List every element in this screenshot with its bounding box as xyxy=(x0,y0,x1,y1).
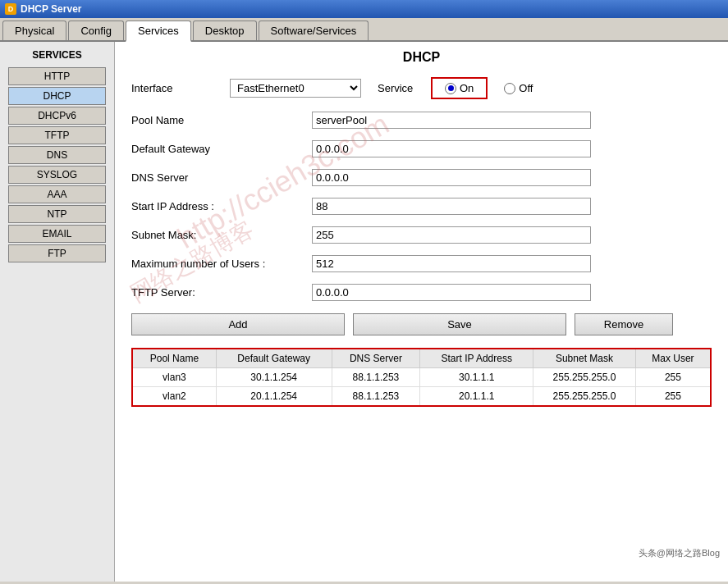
subnet-mask-input[interactable] xyxy=(312,226,591,244)
radio-on[interactable]: On xyxy=(445,82,474,94)
pool-name-label: Pool Name xyxy=(131,114,312,126)
max-users-label: Maximum number of Users : xyxy=(131,258,312,270)
on-label: On xyxy=(460,82,474,94)
tab-software-services[interactable]: Software/Services xyxy=(259,21,369,40)
dns-server-row: DNS Server xyxy=(131,169,712,186)
row2-dns-server: 88.1.1.253 xyxy=(332,387,420,407)
tftp-server-label: TFTP Server: xyxy=(131,286,312,299)
radio-off-dot xyxy=(504,83,515,94)
window-title: DHCP Server xyxy=(21,3,81,15)
default-gateway-input[interactable] xyxy=(312,140,591,157)
main-content: SERVICES HTTP DHCP DHCPv6 TFTP DNS SYSLO… xyxy=(0,42,728,582)
col-subnet-mask: Subnet Mask xyxy=(533,349,636,368)
pool-name-row: Pool Name xyxy=(131,112,712,129)
tab-bar: Physical Config Services Desktop Softwar… xyxy=(0,18,728,42)
title-bar: D DHCP Server xyxy=(0,0,728,18)
tftp-server-row: TFTP Server: xyxy=(131,284,712,301)
dhcp-table: Pool Name Default Gateway DNS Server Sta… xyxy=(131,348,712,407)
sidebar-item-dns[interactable]: DNS xyxy=(8,146,106,164)
interface-select[interactable]: FastEthernet0 FastEthernet1 xyxy=(230,79,361,98)
row2-subnet-mask: 255.255.255.0 xyxy=(533,387,636,407)
start-ip-label: Start IP Address : xyxy=(131,200,312,212)
sidebar-item-dhcpv6[interactable]: DHCPv6 xyxy=(8,107,106,125)
sidebar-item-tftp[interactable]: TFTP xyxy=(8,126,106,144)
row1-default-gateway: 30.1.1.254 xyxy=(216,368,332,387)
interface-label: Interface xyxy=(131,82,230,94)
subnet-mask-row: Subnet Mask: xyxy=(131,226,712,244)
table-row[interactable]: vlan3 30.1.1.254 88.1.1.253 30.1.1.1 255… xyxy=(132,368,711,387)
col-start-ip: Start IP Address xyxy=(420,349,533,368)
row2-default-gateway: 20.1.1.254 xyxy=(216,387,332,407)
dns-server-input[interactable] xyxy=(312,169,591,186)
row1-start-ip: 30.1.1.1 xyxy=(420,368,533,387)
tab-services[interactable]: Services xyxy=(126,21,191,42)
radio-on-dot xyxy=(445,83,456,94)
max-users-input[interactable] xyxy=(312,255,591,272)
row2-start-ip: 20.1.1.1 xyxy=(420,387,533,407)
app-icon: D xyxy=(5,3,16,15)
row1-subnet-mask: 255.255.255.0 xyxy=(533,368,636,387)
button-row: Add Save Remove xyxy=(131,313,712,335)
sidebar-header: SERVICES xyxy=(0,46,114,66)
col-pool-name: Pool Name xyxy=(132,349,216,368)
tab-desktop[interactable]: Desktop xyxy=(193,21,257,40)
tab-config[interactable]: Config xyxy=(68,21,124,40)
sidebar: SERVICES HTTP DHCP DHCPv6 TFTP DNS SYSLO… xyxy=(0,42,115,582)
pool-name-input[interactable] xyxy=(312,112,591,129)
default-gateway-label: Default Gateway xyxy=(131,143,312,155)
sidebar-scroll: HTTP DHCP DHCPv6 TFTP DNS SYSLOG AAA NTP… xyxy=(0,66,114,264)
add-button[interactable]: Add xyxy=(131,313,345,335)
service-on-box: On xyxy=(431,77,488,99)
sidebar-item-http[interactable]: HTTP xyxy=(8,67,106,85)
dns-server-label: DNS Server xyxy=(131,171,312,184)
sidebar-item-aaa[interactable]: AAA xyxy=(8,185,106,203)
dhcp-content: DHCP Interface FastEthernet0 FastEtherne… xyxy=(115,42,728,582)
col-max-user: Max User xyxy=(635,349,711,368)
row1-dns-server: 88.1.1.253 xyxy=(332,368,420,387)
default-gateway-row: Default Gateway xyxy=(131,140,712,157)
row1-pool-name: vlan3 xyxy=(132,368,216,387)
col-default-gateway: Default Gateway xyxy=(216,349,332,368)
subnet-mask-label: Subnet Mask: xyxy=(131,229,312,241)
row2-pool-name: vlan2 xyxy=(132,387,216,407)
tab-physical[interactable]: Physical xyxy=(2,21,66,40)
off-label: Off xyxy=(519,82,533,94)
start-ip-row: Start IP Address : xyxy=(131,198,712,215)
sidebar-item-dhcp[interactable]: DHCP xyxy=(8,87,106,105)
row1-max-user: 255 xyxy=(635,368,711,387)
max-users-row: Maximum number of Users : xyxy=(131,255,712,272)
save-button[interactable]: Save xyxy=(353,313,566,335)
start-ip-input[interactable] xyxy=(312,198,591,215)
interface-service-row: Interface FastEthernet0 FastEthernet1 Se… xyxy=(131,77,712,99)
radio-off[interactable]: Off xyxy=(504,82,533,94)
sidebar-item-ntp[interactable]: NTP xyxy=(8,205,106,223)
row2-max-user: 255 xyxy=(635,387,711,407)
remove-button[interactable]: Remove xyxy=(575,313,673,335)
tftp-server-input[interactable] xyxy=(312,284,591,301)
col-dns-server: DNS Server xyxy=(332,349,420,368)
watermark-3: 头条@网络之路Blog xyxy=(639,547,720,559)
service-label: Service xyxy=(378,82,427,94)
sidebar-item-ftp[interactable]: FTP xyxy=(8,244,106,262)
dhcp-title: DHCP xyxy=(131,50,712,65)
table-row[interactable]: vlan2 20.1.1.254 88.1.1.253 20.1.1.1 255… xyxy=(132,387,711,407)
sidebar-item-email[interactable]: EMAIL xyxy=(8,225,106,243)
sidebar-item-syslog[interactable]: SYSLOG xyxy=(8,166,106,184)
